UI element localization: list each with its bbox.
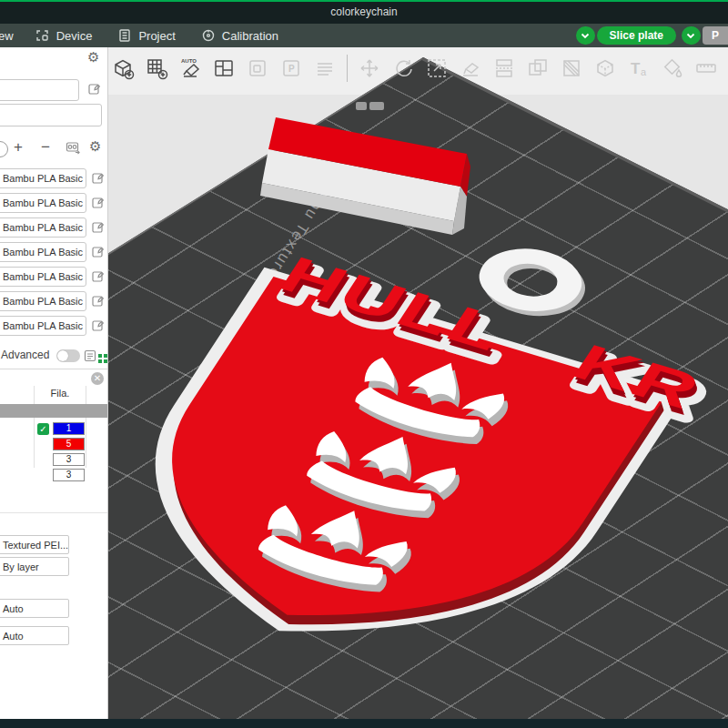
print-plate-label-partial[interactable]: P <box>703 26 728 45</box>
filament-edit-icon[interactable] <box>91 318 105 332</box>
calibration-icon <box>201 28 216 43</box>
tab-device[interactable]: Device <box>23 24 106 47</box>
filament-edit-icon[interactable] <box>91 196 105 209</box>
filament-edit-icon[interactable] <box>91 269 105 283</box>
mapping-row-2: 5 <box>0 438 107 451</box>
models-layer: HULL KR HULL KR HULL KR HULL KR <box>107 47 728 719</box>
badge-model[interactable]: HULL KR HULL KR HULL KR HULL KR <box>107 190 728 699</box>
advanced-label: Advanced <box>1 349 49 361</box>
move-icon[interactable] <box>356 55 383 82</box>
filament-edit-icon[interactable] <box>91 245 105 258</box>
checkbox-checked-icon[interactable]: ✓ <box>37 423 49 435</box>
process-list-icon[interactable] <box>84 349 96 366</box>
tab-calibration[interactable]: Calibration <box>188 24 291 47</box>
close-icon[interactable]: ✕ <box>91 372 104 385</box>
chevron-down-icon <box>686 33 695 39</box>
split-to-objects-icon[interactable] <box>524 55 551 82</box>
filament-color-swatch[interactable] <box>0 141 8 157</box>
filament-edit-icon[interactable] <box>91 294 105 308</box>
window-title: colorkeychain <box>330 5 397 18</box>
rotate-icon[interactable] <box>389 55 417 82</box>
svg-text:AUTO: AUTO <box>181 58 197 64</box>
project-icon <box>117 28 132 43</box>
dropdown-print-sequence[interactable]: By layer <box>0 557 69 576</box>
plate-handle-icon[interactable] <box>356 102 384 110</box>
filament-edit-icon[interactable] <box>91 171 105 185</box>
filament-number-cell[interactable]: 3 <box>53 453 85 466</box>
slice-dropdown-chevron[interactable] <box>576 26 595 45</box>
filament-row-5: Bambu PLA Basic <box>0 267 107 287</box>
filament-number-cell[interactable]: 3 <box>53 469 85 481</box>
filament-section-header: + − ⚙ <box>0 138 107 158</box>
ams-sync-icon[interactable] <box>66 141 81 159</box>
filament-select-7[interactable]: Bambu PLA Basic <box>0 316 86 336</box>
mapping-row-4: 3 <box>0 469 107 482</box>
filament-number-cell[interactable]: 5 <box>53 438 85 450</box>
remove-filament-button[interactable]: − <box>38 138 53 157</box>
svg-text:a: a <box>641 66 647 77</box>
selected-object-band[interactable] <box>0 404 107 418</box>
printer-select[interactable] <box>0 79 79 101</box>
filament-select-4[interactable]: Bambu PLA Basic <box>0 242 86 262</box>
filament-select-3[interactable]: Bambu PLA Basic <box>0 217 86 238</box>
mesh-edit-icon[interactable] <box>592 55 619 82</box>
mapping-row-3: 3 <box>0 453 107 467</box>
print-dropdown-chevron[interactable] <box>682 26 701 45</box>
status-bar <box>0 719 728 728</box>
printer-settings-gear-icon[interactable]: ⚙ <box>87 51 99 65</box>
filament-row-3: Bambu PLA Basic <box>0 217 107 238</box>
advanced-toggle[interactable] <box>56 349 80 362</box>
plate-p-icon[interactable]: P <box>278 55 305 82</box>
filament-row-4: Bambu PLA Basic <box>0 242 107 262</box>
add-filament-button[interactable]: + <box>11 138 25 157</box>
filament-select-6[interactable]: Bambu PLA Basic <box>0 291 86 311</box>
tab-project[interactable]: Project <box>105 24 187 47</box>
color-paint-icon[interactable] <box>659 55 686 82</box>
scale-icon[interactable] <box>423 55 450 82</box>
arrange-icon[interactable] <box>210 55 238 82</box>
dropdown-auto-1[interactable]: Auto <box>0 599 69 618</box>
window-titlebar: colorkeychain <box>0 0 728 24</box>
measure-icon[interactable] <box>693 55 720 82</box>
advanced-row: Advanced <box>0 348 107 364</box>
add-text-icon[interactable]: Ta <box>625 55 652 82</box>
add-plate-icon[interactable] <box>143 55 170 82</box>
lay-on-face-icon[interactable] <box>457 55 484 82</box>
printer-edit-icon[interactable] <box>87 82 101 96</box>
filament-select-1[interactable]: Bambu PLA Basic <box>0 168 86 188</box>
bed-type-select[interactable] <box>0 104 102 126</box>
filament-settings-gear-icon[interactable]: ⚙ <box>89 140 101 154</box>
filament-edit-icon[interactable] <box>91 220 105 234</box>
multicolor-dots-icon[interactable] <box>98 350 107 359</box>
plate-list-icon[interactable] <box>311 55 339 82</box>
mapping-row-1: ✓1 <box>0 422 107 436</box>
flag-model[interactable] <box>260 117 470 235</box>
filament-row-1: Bambu PLA Basic <box>0 168 107 188</box>
tab-preview-partial[interactable]: ew <box>0 29 23 43</box>
svg-text:P: P <box>288 64 295 74</box>
print-plate-button[interactable]: P <box>682 26 728 45</box>
filament-select-5[interactable]: Bambu PLA Basic <box>0 267 86 287</box>
dropdown-plate-type[interactable]: Textured PEI... <box>0 535 69 554</box>
auto-orient-icon[interactable]: AUTO <box>177 55 204 82</box>
slice-plate-button[interactable]: Slice plate <box>576 26 676 45</box>
toolbar-separator <box>347 55 348 82</box>
filament-row-6: Bambu PLA Basic <box>0 291 107 311</box>
sidebar: ⚙ + − ⚙ Bambu PLA BasicBambu PLA BasicBa… <box>0 47 108 719</box>
plate-page-icon[interactable] <box>244 55 271 82</box>
dropdown-auto-2[interactable]: Auto <box>0 626 69 645</box>
filament-select-2[interactable]: Bambu PLA Basic <box>0 193 86 213</box>
window-top-accent <box>0 0 728 2</box>
add-object-icon[interactable] <box>109 55 136 82</box>
filament-row-2: Bambu PLA Basic <box>0 193 107 213</box>
device-icon <box>35 28 50 43</box>
3d-viewport[interactable]: Bambu Textured PEI <box>107 47 728 719</box>
cut-icon[interactable] <box>490 55 518 82</box>
split-to-parts-icon[interactable] <box>558 55 585 82</box>
svg-text:T: T <box>631 60 641 77</box>
filament-row-7: Bambu PLA Basic <box>0 316 107 336</box>
menubar: ew Device Project Calibration Slice plat… <box>0 24 728 47</box>
slice-plate-label[interactable]: Slice plate <box>597 26 676 45</box>
viewport-toolbar: AUTOPTa <box>109 55 728 82</box>
filament-number-cell[interactable]: 1 <box>53 422 85 435</box>
